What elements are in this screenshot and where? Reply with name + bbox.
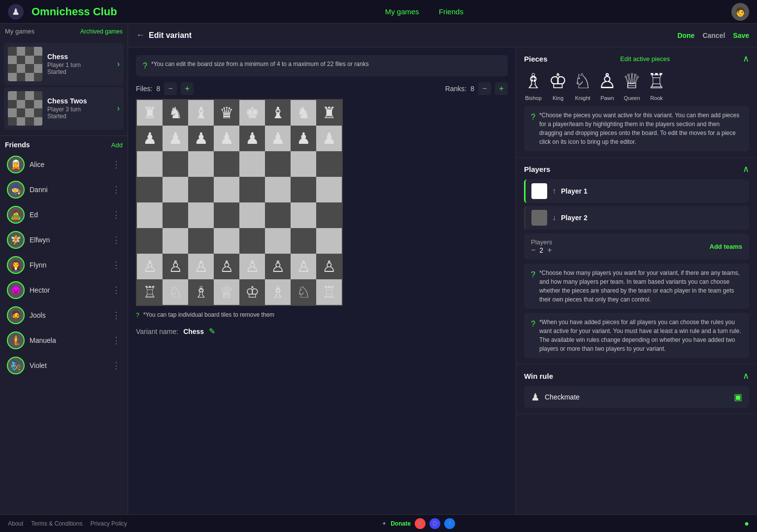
nav-friends[interactable]: Friends [433, 7, 469, 16]
win-rule-collapse-button[interactable]: ∧ [743, 370, 749, 381]
friend-menu-jools[interactable]: ⋮ [112, 310, 121, 321]
chess-cell[interactable]: ♟ [163, 126, 188, 151]
chess-board[interactable]: ♜♞♝♛♚♝♞♜♟♟♟♟♟♟♟♟♙♙♙♙♙♙♙♙♖♘♗♕♔♗♘♖ [136, 99, 343, 306]
chess-cell[interactable] [239, 177, 265, 202]
chess-cell[interactable] [188, 177, 214, 202]
chess-cell[interactable] [265, 202, 291, 228]
chess-cell[interactable]: ♙ [291, 254, 316, 279]
chess-cell[interactable] [188, 151, 214, 177]
chess-cell[interactable]: ♟ [188, 126, 214, 151]
social-facebook-icon[interactable]: f [444, 518, 455, 529]
chess-cell[interactable] [163, 202, 188, 228]
files-minus-button[interactable]: − [164, 82, 177, 95]
chess-cell[interactable]: ♙ [163, 254, 188, 279]
cancel-button[interactable]: Cancel [702, 32, 725, 39]
social-reddit-icon[interactable]: R [415, 518, 426, 529]
chess-cell[interactable]: ♔ [239, 279, 265, 305]
friend-item-elfwyn[interactable]: 🧚 Elfwyn ⋮ [2, 228, 126, 252]
chess-cell[interactable] [316, 228, 342, 254]
piece-pawn[interactable]: ♙ Pawn [598, 69, 617, 101]
friend-item-danni[interactable]: 🧙 Danni ⋮ [2, 177, 126, 202]
piece-king[interactable]: ♔ King [549, 69, 567, 101]
chess-cell[interactable] [316, 202, 342, 228]
chess-cell[interactable]: ♙ [214, 254, 239, 279]
player-row-2[interactable]: ↓ Player 2 [524, 206, 749, 230]
friend-item-flynn[interactable]: 🧛 Flynn ⋮ [2, 253, 126, 277]
chess-cell[interactable] [291, 151, 316, 177]
friend-menu-ed[interactable]: ⋮ [112, 209, 121, 220]
chess-cell[interactable] [163, 151, 188, 177]
piece-knight[interactable]: ♘ Knight [573, 69, 592, 101]
friend-item-hector[interactable]: 😈 Hector ⋮ [2, 278, 126, 302]
friend-menu-hector[interactable]: ⋮ [112, 285, 121, 296]
chess-cell[interactable] [291, 228, 316, 254]
chess-cell[interactable]: ♗ [265, 279, 291, 305]
chess-cell[interactable] [291, 202, 316, 228]
chess-cell[interactable] [188, 228, 214, 254]
friend-menu-alice[interactable]: ⋮ [112, 159, 121, 170]
privacy-link[interactable]: Privacy Policy [90, 520, 127, 527]
chess-cell[interactable]: ♞ [163, 100, 188, 126]
chess-cell[interactable]: ♘ [291, 279, 316, 305]
chess-cell[interactable] [214, 177, 239, 202]
piece-bishop[interactable]: ♗ Bishop [524, 69, 543, 101]
ranks-minus-button[interactable]: − [478, 82, 491, 95]
chess-cell[interactable] [137, 202, 163, 228]
chess-cell[interactable] [265, 177, 291, 202]
chess-cell[interactable] [163, 177, 188, 202]
friend-item-alice[interactable]: 🧝 Alice ⋮ [2, 152, 126, 177]
edit-active-pieces-link[interactable]: Edit active pieces [620, 55, 670, 63]
chess-cell[interactable]: ♙ [265, 254, 291, 279]
chess-cell[interactable] [239, 202, 265, 228]
friend-menu-elfwyn[interactable]: ⋮ [112, 234, 121, 245]
ranks-plus-button[interactable]: + [495, 82, 508, 95]
players-plus-button[interactable]: + [547, 246, 552, 255]
chess-cell[interactable]: ♟ [291, 126, 316, 151]
chess-cell[interactable] [239, 151, 265, 177]
chess-cell[interactable]: ♟ [239, 126, 265, 151]
chess-cell[interactable]: ♜ [316, 100, 342, 126]
chess-cell[interactable] [316, 151, 342, 177]
chess-cell[interactable] [137, 151, 163, 177]
chess-cell[interactable]: ♙ [316, 254, 342, 279]
donate-button[interactable]: Donate [391, 520, 411, 527]
player-row-1[interactable]: ↑ Player 1 [524, 179, 749, 203]
chess-cell[interactable]: ♟ [137, 126, 163, 151]
players-minus-button[interactable]: − [531, 246, 535, 255]
chess-cell[interactable]: ♟ [316, 126, 342, 151]
user-avatar[interactable]: 🧑 [731, 3, 749, 21]
friend-item-jools[interactable]: 🧔 Jools ⋮ [2, 303, 126, 328]
friend-menu-violet[interactable]: ⋮ [112, 360, 121, 371]
nav-my-games[interactable]: My games [379, 7, 425, 16]
chess-cell[interactable] [239, 228, 265, 254]
about-link[interactable]: About [8, 520, 23, 527]
chess-cell[interactable]: ♝ [265, 100, 291, 126]
chess-cell[interactable]: ♛ [214, 100, 239, 126]
chess-cell[interactable]: ♜ [137, 100, 163, 126]
add-friend-button[interactable]: Add [111, 141, 123, 149]
add-teams-button[interactable]: Add teams [710, 243, 742, 250]
chess-cell[interactable]: ♞ [291, 100, 316, 126]
game-card-chess-twos[interactable]: Chess Twos Player 3 turn Started › [4, 87, 124, 130]
chess-cell[interactable]: ♙ [137, 254, 163, 279]
social-discord-icon[interactable]: D [429, 518, 440, 529]
chess-cell[interactable] [137, 228, 163, 254]
chess-cell[interactable] [316, 177, 342, 202]
edit-variant-name-icon[interactable]: ✎ [209, 327, 215, 336]
done-button[interactable]: Done [677, 32, 694, 39]
win-rule-checkmate[interactable]: ♟ Checkmate ▣ [524, 386, 749, 408]
chess-cell[interactable] [265, 151, 291, 177]
chess-cell[interactable]: ♖ [316, 279, 342, 305]
chess-cell[interactable]: ♝ [188, 100, 214, 126]
files-plus-button[interactable]: + [181, 82, 194, 95]
chess-cell[interactable]: ♟ [265, 126, 291, 151]
friend-item-ed[interactable]: 🧟 Ed ⋮ [2, 202, 126, 227]
piece-queen[interactable]: ♕ Queen [623, 69, 641, 101]
chess-cell[interactable]: ♘ [163, 279, 188, 305]
chess-cell[interactable] [188, 202, 214, 228]
chess-cell[interactable] [291, 177, 316, 202]
chess-cell[interactable]: ♟ [214, 126, 239, 151]
pieces-collapse-button[interactable]: ∧ [743, 53, 749, 64]
friend-item-manuela[interactable]: 🧜 Manuela ⋮ [2, 328, 126, 353]
chess-cell[interactable] [214, 202, 239, 228]
